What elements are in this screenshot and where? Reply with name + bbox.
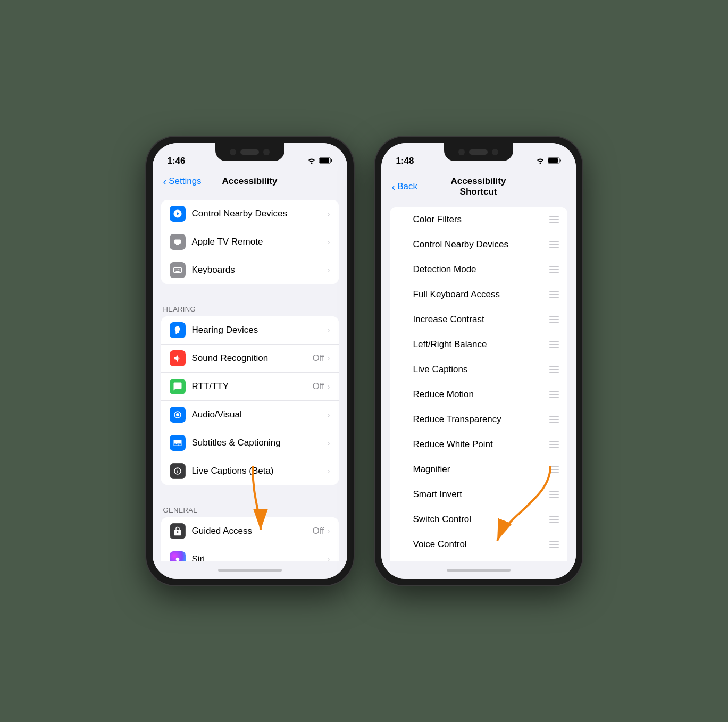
keyboards-icon <box>170 262 186 278</box>
drag-keyboard[interactable] <box>549 291 559 298</box>
svg-rect-9 <box>175 271 180 272</box>
list-item-reduce-white-point[interactable]: ✓ Reduce White Point <box>390 432 567 457</box>
phone2-screen: 1:48 ‹ Bac <box>381 143 576 579</box>
settings-item-appletv[interactable]: Apple TV Remote › <box>161 228 339 256</box>
list-item-contrast[interactable]: ✓ Increase Contrast <box>390 307 567 332</box>
drag-color-filters[interactable] <box>549 216 559 223</box>
list-item-voice-control[interactable]: ✓ Voice Control <box>390 532 567 557</box>
siri-label: Siri <box>192 554 328 561</box>
back-label-1: Settings <box>169 176 201 187</box>
subtitles-label: Subtitles & Captioning <box>192 438 328 448</box>
list-item-control-nearby[interactable]: ✓ Control Nearby Devices <box>390 232 567 257</box>
siri-chevron: › <box>328 555 330 561</box>
back-arrow-2: ‹ <box>392 181 396 192</box>
svg-rect-7 <box>178 270 179 271</box>
settings-item-hearing[interactable]: Hearing Devices › <box>161 316 339 345</box>
svg-point-10 <box>176 413 179 416</box>
list-item-keyboard[interactable]: ✓ Full Keyboard Access <box>390 282 567 307</box>
svg-rect-2 <box>174 240 181 244</box>
status-icons-2 <box>536 156 561 166</box>
control-nearby-label: Control Nearby Devices <box>192 208 328 219</box>
label-live-captions: Live Captions <box>413 364 545 375</box>
drag-magnifier[interactable] <box>549 466 559 473</box>
rtt-icon <box>170 379 186 394</box>
label-control-nearby: Control Nearby Devices <box>413 239 545 250</box>
phone1-screen: 1:46 ‹ Set <box>153 143 347 579</box>
notch-dot-4 <box>492 149 498 155</box>
list-item-reduce-transparency[interactable]: ✓ Reduce Transparency <box>390 407 567 432</box>
settings-group-general2: Guided Access Off › Siri › <box>161 517 339 561</box>
settings-item-sound[interactable]: Sound Recognition Off › <box>161 345 339 373</box>
settings-item-livecaptions[interactable]: Live Captions (Beta) › <box>161 457 339 485</box>
label-magnifier: Magnifier <box>413 464 545 475</box>
label-balance: Left/Right Balance <box>413 339 545 350</box>
status-icons-1 <box>307 157 332 165</box>
label-keyboard: Full Keyboard Access <box>413 289 545 300</box>
svg-rect-1 <box>320 158 329 163</box>
svg-rect-20 <box>548 158 558 163</box>
svg-rect-6 <box>176 270 177 271</box>
list-item-magnifier[interactable]: ✓ Magnifier <box>390 457 567 482</box>
sound-chevron: › <box>328 354 330 363</box>
list-item-color-filters[interactable]: ✓ Color Filters <box>390 207 567 232</box>
settings-item-siri[interactable]: Siri › <box>161 545 339 561</box>
drag-reduce-motion[interactable] <box>549 391 559 398</box>
drag-live-captions[interactable] <box>549 366 559 373</box>
wifi-icon-2 <box>536 156 545 166</box>
settings-group-hearing: Hearing Devices › Sound Recognition Off … <box>161 316 339 485</box>
label-reduce-motion: Reduce Motion <box>413 389 545 400</box>
content-2: ✓ Color Filters ✓ Control Nearby Devices… <box>381 202 576 561</box>
settings-item-subtitles[interactable]: Subtitles & Captioning › <box>161 429 339 457</box>
drag-contrast[interactable] <box>549 316 559 323</box>
control-nearby-icon <box>170 206 186 222</box>
time-2: 1:48 <box>396 156 414 166</box>
drag-voice-control[interactable] <box>549 541 559 548</box>
home-bar-2 <box>447 569 511 572</box>
list-item-balance[interactable]: ✓ Left/Right Balance <box>390 332 567 357</box>
label-contrast: Increase Contrast <box>413 314 545 325</box>
section-hearing: HEARING <box>153 295 347 316</box>
hearing-chevron: › <box>328 326 330 334</box>
settings-item-keyboards[interactable]: Keyboards › <box>161 256 339 284</box>
settings-item-rtt[interactable]: RTT/TTY Off › <box>161 373 339 401</box>
list-item-voiceover[interactable]: ✓ VoiceOver <box>390 557 567 561</box>
drag-control-nearby[interactable] <box>549 241 559 248</box>
list-group-shortcuts: ✓ Color Filters ✓ Control Nearby Devices… <box>390 207 567 561</box>
label-reduce-white-point: Reduce White Point <box>413 439 545 450</box>
drag-detection[interactable] <box>549 266 559 273</box>
content-1: Control Nearby Devices › Apple TV Remote… <box>153 191 347 561</box>
settings-item-control-nearby[interactable]: Control Nearby Devices › <box>161 200 339 228</box>
svg-point-12 <box>175 558 179 561</box>
back-button-2[interactable]: ‹ Back <box>392 181 434 192</box>
svg-rect-3 <box>176 244 179 245</box>
drag-balance[interactable] <box>549 341 559 348</box>
back-button-1[interactable]: ‹ Settings <box>163 176 206 187</box>
appletv-icon <box>170 234 186 250</box>
home-indicator-1 <box>153 561 347 579</box>
settings-item-guided[interactable]: Guided Access Off › <box>161 517 339 545</box>
drag-reduce-white-point[interactable] <box>549 441 559 448</box>
settings-item-audio[interactable]: Audio/Visual › <box>161 401 339 429</box>
wifi-icon <box>307 157 316 165</box>
phone2-device: 1:48 ‹ Bac <box>375 137 582 585</box>
svg-rect-5 <box>174 270 175 271</box>
list-item-reduce-motion[interactable]: ✓ Reduce Motion <box>390 382 567 407</box>
drag-smart-invert[interactable] <box>549 491 559 498</box>
phone1-device: 1:46 ‹ Set <box>146 137 354 585</box>
drag-switch-control[interactable] <box>549 516 559 523</box>
list-item-smart-invert[interactable]: ✓ Smart Invert <box>390 482 567 507</box>
drag-reduce-transparency[interactable] <box>549 416 559 423</box>
livecaptions-icon <box>170 463 186 479</box>
label-switch-control: Switch Control <box>413 514 545 525</box>
home-bar-1 <box>218 569 282 572</box>
label-detection: Detection Mode <box>413 264 545 275</box>
keyboards-chevron: › <box>328 266 330 274</box>
label-color-filters: Color Filters <box>413 214 545 225</box>
guided-icon <box>170 523 186 539</box>
list-item-switch-control[interactable]: ✓ Switch Control <box>390 507 567 532</box>
list-item-live-captions[interactable]: ✓ Live Captions <box>390 357 567 382</box>
appletv-label: Apple TV Remote <box>192 237 328 247</box>
list-item-detection[interactable]: ✓ Detection Mode <box>390 257 567 282</box>
status-bar-2: 1:48 <box>381 143 576 172</box>
section-general: GENERAL <box>153 496 347 517</box>
